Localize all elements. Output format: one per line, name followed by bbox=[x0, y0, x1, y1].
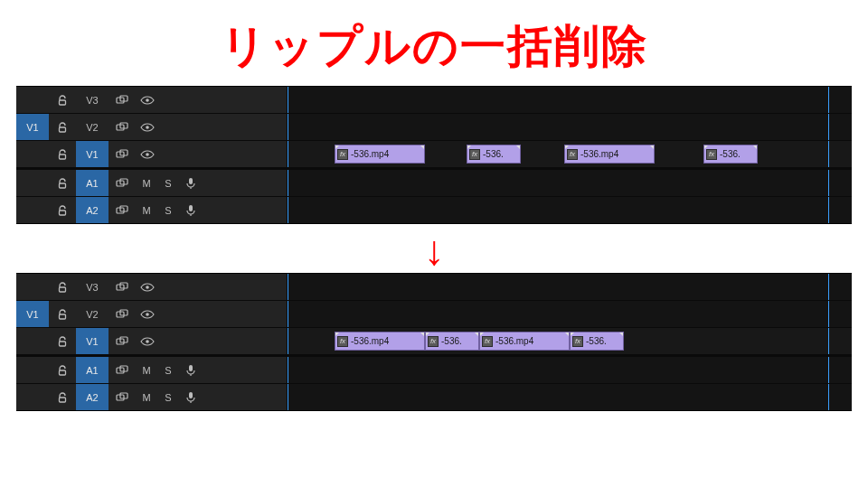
track-label-v3[interactable]: V3 bbox=[76, 87, 108, 113]
out-marker[interactable] bbox=[828, 170, 829, 196]
video-clip[interactable]: fx-536. bbox=[425, 332, 479, 351]
fx-badge-icon: fx bbox=[337, 149, 348, 160]
visibility-toggle-v1[interactable] bbox=[136, 328, 159, 354]
sync-lock-a2[interactable] bbox=[108, 384, 136, 410]
visibility-toggle-v3[interactable] bbox=[136, 274, 159, 300]
track-label-v3[interactable]: V3 bbox=[76, 274, 108, 300]
sync-lock-v3[interactable] bbox=[108, 274, 136, 300]
source-slot-v1[interactable] bbox=[16, 141, 49, 167]
track-content-a2[interactable] bbox=[288, 384, 852, 410]
solo-toggle-a1[interactable]: S bbox=[157, 357, 179, 383]
source-slot-a1[interactable] bbox=[16, 170, 49, 196]
track-content-v2[interactable] bbox=[288, 114, 852, 140]
visibility-toggle-v2[interactable] bbox=[136, 114, 159, 140]
track-content-v1[interactable]: fx-536.mp4fx-536.fx-536.mp4fx-536. bbox=[288, 328, 852, 354]
track-content-a1[interactable] bbox=[288, 357, 852, 383]
solo-toggle-a1[interactable]: S bbox=[157, 170, 179, 196]
lock-toggle-v2[interactable] bbox=[49, 301, 76, 327]
in-marker[interactable] bbox=[288, 384, 288, 410]
video-clip[interactable]: fx-536. bbox=[703, 145, 758, 164]
track-label-v1[interactable]: V1 bbox=[76, 141, 108, 167]
solo-toggle-a2[interactable]: S bbox=[157, 384, 179, 410]
out-marker[interactable] bbox=[828, 274, 829, 300]
svg-rect-19 bbox=[189, 205, 193, 211]
out-marker[interactable] bbox=[828, 114, 829, 140]
in-marker[interactable] bbox=[288, 87, 288, 113]
sync-lock-a1[interactable] bbox=[108, 357, 136, 383]
lock-toggle-a2[interactable] bbox=[49, 197, 76, 223]
out-marker[interactable] bbox=[828, 357, 829, 383]
visibility-toggle-v1[interactable] bbox=[136, 141, 159, 167]
track-label-v1[interactable]: V1 bbox=[76, 328, 108, 354]
out-marker[interactable] bbox=[828, 87, 829, 113]
in-marker[interactable] bbox=[288, 357, 288, 383]
track-content-v3[interactable] bbox=[288, 274, 852, 300]
voice-record-a1[interactable] bbox=[179, 170, 203, 196]
track-content-a2[interactable] bbox=[288, 197, 852, 223]
video-clip[interactable]: fx-536.mp4 bbox=[564, 145, 655, 164]
sync-lock-v1[interactable] bbox=[108, 328, 136, 354]
track-label-v2[interactable]: V2 bbox=[76, 114, 108, 140]
voice-record-a2[interactable] bbox=[179, 197, 203, 223]
track-label-a1[interactable]: A1 bbox=[76, 357, 108, 383]
in-marker[interactable] bbox=[288, 328, 288, 354]
out-marker[interactable] bbox=[828, 328, 829, 354]
in-marker[interactable] bbox=[288, 301, 288, 327]
source-slot-v3[interactable] bbox=[16, 274, 49, 300]
mute-toggle-a1[interactable]: M bbox=[136, 170, 157, 196]
sync-lock-v3[interactable] bbox=[108, 87, 136, 113]
in-marker[interactable] bbox=[288, 197, 288, 223]
lock-open-icon bbox=[57, 205, 68, 216]
out-marker[interactable] bbox=[828, 141, 829, 167]
track-label-a2[interactable]: A2 bbox=[76, 384, 108, 410]
sync-lock-icon bbox=[116, 205, 128, 216]
visibility-toggle-v3[interactable] bbox=[136, 87, 159, 113]
lock-toggle-a1[interactable] bbox=[49, 357, 76, 383]
lock-toggle-a2[interactable] bbox=[49, 384, 76, 410]
sync-lock-a1[interactable] bbox=[108, 170, 136, 196]
in-marker[interactable] bbox=[288, 170, 288, 196]
in-marker[interactable] bbox=[288, 274, 288, 300]
track-content-v2[interactable] bbox=[288, 301, 852, 327]
in-marker[interactable] bbox=[288, 141, 288, 167]
lock-toggle-v1[interactable] bbox=[49, 141, 76, 167]
track-label-v2[interactable]: V2 bbox=[76, 301, 108, 327]
sync-lock-v2[interactable] bbox=[108, 301, 136, 327]
source-slot-v3[interactable] bbox=[16, 87, 49, 113]
solo-toggle-a2[interactable]: S bbox=[157, 197, 179, 223]
voice-record-a2[interactable] bbox=[179, 384, 203, 410]
source-slot-v2[interactable]: V1 bbox=[16, 301, 49, 327]
video-clip[interactable]: fx-536.mp4 bbox=[335, 145, 425, 164]
voice-record-a1[interactable] bbox=[179, 357, 203, 383]
video-clip[interactable]: fx-536. bbox=[467, 145, 521, 164]
track-label-a2[interactable]: A2 bbox=[76, 197, 108, 223]
lock-toggle-v1[interactable] bbox=[49, 328, 76, 354]
lock-toggle-v2[interactable] bbox=[49, 114, 76, 140]
sync-lock-v1[interactable] bbox=[108, 141, 136, 167]
source-slot-a2[interactable] bbox=[16, 384, 49, 410]
out-marker[interactable] bbox=[828, 384, 829, 410]
mute-toggle-a2[interactable]: M bbox=[136, 197, 157, 223]
out-marker[interactable] bbox=[828, 197, 829, 223]
sync-lock-a2[interactable] bbox=[108, 197, 136, 223]
in-marker[interactable] bbox=[288, 114, 288, 140]
mute-toggle-a2[interactable]: M bbox=[136, 384, 157, 410]
video-clip[interactable]: fx-536. bbox=[570, 332, 624, 351]
video-clip[interactable]: fx-536.mp4 bbox=[479, 332, 570, 351]
source-slot-a1[interactable] bbox=[16, 357, 49, 383]
source-slot-a2[interactable] bbox=[16, 197, 49, 223]
source-slot-v2[interactable]: V1 bbox=[16, 114, 49, 140]
lock-toggle-a1[interactable] bbox=[49, 170, 76, 196]
mute-toggle-a1[interactable]: M bbox=[136, 357, 157, 383]
out-marker[interactable] bbox=[828, 301, 829, 327]
track-content-a1[interactable] bbox=[288, 170, 852, 196]
visibility-toggle-v2[interactable] bbox=[136, 301, 159, 327]
track-label-a1[interactable]: A1 bbox=[76, 170, 108, 196]
sync-lock-v2[interactable] bbox=[108, 114, 136, 140]
lock-toggle-v3[interactable] bbox=[49, 274, 76, 300]
video-clip[interactable]: fx-536.mp4 bbox=[335, 332, 425, 351]
track-content-v1[interactable]: fx-536.mp4fx-536.fx-536.mp4fx-536. bbox=[288, 141, 852, 167]
lock-toggle-v3[interactable] bbox=[49, 87, 76, 113]
track-content-v3[interactable] bbox=[288, 87, 852, 113]
source-slot-v1[interactable] bbox=[16, 328, 49, 354]
